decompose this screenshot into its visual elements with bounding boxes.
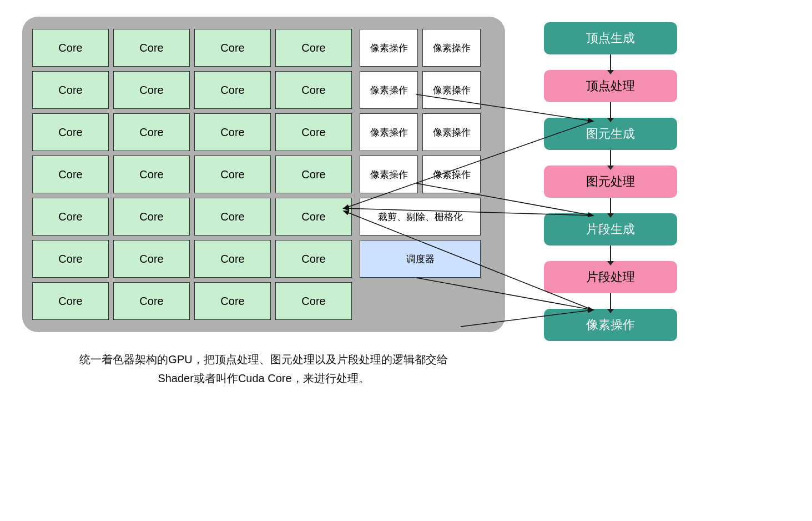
scheduler-cell: 调度器 <box>360 240 481 278</box>
pipeline-box-4: 片段生成 <box>544 213 677 246</box>
pipeline-box-0: 顶点生成 <box>544 22 677 54</box>
core-cell-r4-c2: Core <box>194 198 271 236</box>
gpu-box: CoreCoreCoreCoreCoreCoreCoreCoreCoreCore… <box>22 17 505 332</box>
core-cell-r6-c3: Core <box>275 282 352 320</box>
main-container: CoreCoreCoreCoreCoreCoreCoreCoreCoreCore… <box>0 0 812 404</box>
caption-line2: Shader或者叫作Cuda Core，来进行处理。 <box>158 372 369 384</box>
core-cell-r2-c3: Core <box>275 113 352 151</box>
core-cell-r5-c0: Core <box>32 240 109 278</box>
pixel-op-row-3: 像素操作像素操作 <box>360 156 482 193</box>
pipeline-arrow-3 <box>610 198 611 213</box>
core-cell-r5-c2: Core <box>194 240 271 278</box>
core-cell-r3-c0: Core <box>32 156 109 193</box>
core-cell-r3-c2: Core <box>194 156 271 193</box>
core-cell-r6-c1: Core <box>113 282 190 320</box>
pixel-op-cell-r2-c1: 像素操作 <box>422 113 481 151</box>
core-cell-r1-c1: Core <box>113 71 190 109</box>
core-cell-r2-c2: Core <box>194 113 271 151</box>
gpu-section: CoreCoreCoreCoreCoreCoreCoreCoreCoreCore… <box>22 17 505 388</box>
pipeline-arrow-5 <box>610 293 611 309</box>
pipeline-arrow-0 <box>610 54 611 70</box>
core-cell-r5-c3: Core <box>275 240 352 278</box>
core-cell-r5-c1: Core <box>113 240 190 278</box>
cores-grid: CoreCoreCoreCoreCoreCoreCoreCoreCoreCore… <box>32 29 352 320</box>
pixel-op-cell-r3-c0: 像素操作 <box>360 156 418 193</box>
core-cell-r0-c3: Core <box>275 29 352 67</box>
pixel-op-row-2: 像素操作像素操作 <box>360 113 482 151</box>
pipeline-box-2: 图元生成 <box>544 118 677 150</box>
core-cell-r0-c0: Core <box>32 29 109 67</box>
core-cell-r3-c1: Core <box>113 156 190 193</box>
pipeline-arrow-1 <box>610 102 611 118</box>
core-cell-r4-c0: Core <box>32 198 109 236</box>
core-cell-r2-c1: Core <box>113 113 190 151</box>
core-cell-r2-c0: Core <box>32 113 109 151</box>
caption: 统一着色器架构的GPU，把顶点处理、图元处理以及片段处理的逻辑都交给 Shade… <box>79 350 447 388</box>
caption-line1: 统一着色器架构的GPU，把顶点处理、图元处理以及片段处理的逻辑都交给 <box>79 353 447 365</box>
core-cell-r1-c0: Core <box>32 71 109 109</box>
pixel-op-row-0: 像素操作像素操作 <box>360 29 482 67</box>
pipeline-arrow-4 <box>610 246 611 261</box>
core-cell-r6-c2: Core <box>194 282 271 320</box>
core-cell-r0-c1: Core <box>113 29 190 67</box>
pixel-op-cell-r2-c0: 像素操作 <box>360 113 418 151</box>
core-cell-r3-c3: Core <box>275 156 352 193</box>
core-cell-r4-c3: Core <box>275 198 352 236</box>
core-cell-r1-c2: Core <box>194 71 271 109</box>
core-cell-r6-c0: Core <box>32 282 109 320</box>
pixel-op-cell-r3-c1: 像素操作 <box>422 156 481 193</box>
pixel-op-cell-r1-c1: 像素操作 <box>422 71 481 109</box>
pixel-op-cell-r0-c0: 像素操作 <box>360 29 418 67</box>
pipeline-box-3: 图元处理 <box>544 166 677 198</box>
pixel-op-cell-r1-c0: 像素操作 <box>360 71 418 109</box>
clip-cell: 裁剪、剔除、栅格化 <box>360 198 481 236</box>
pipeline-box-6: 像素操作 <box>544 309 677 341</box>
core-cell-r0-c2: Core <box>194 29 271 67</box>
right-panel: 像素操作像素操作像素操作像素操作像素操作像素操作像素操作像素操作裁剪、剔除、栅格… <box>360 29 482 320</box>
core-cell-r4-c1: Core <box>113 198 190 236</box>
pipeline-arrow-2 <box>610 150 611 166</box>
pixel-op-row-1: 像素操作像素操作 <box>360 71 482 109</box>
pipeline-box-5: 片段处理 <box>544 261 677 293</box>
core-cell-r1-c3: Core <box>275 71 352 109</box>
pixel-op-cell-r0-c1: 像素操作 <box>422 29 481 67</box>
pipeline-section: 顶点生成顶点处理图元生成图元处理片段生成片段处理像素操作 <box>538 17 683 341</box>
pipeline-box-1: 顶点处理 <box>544 70 677 102</box>
